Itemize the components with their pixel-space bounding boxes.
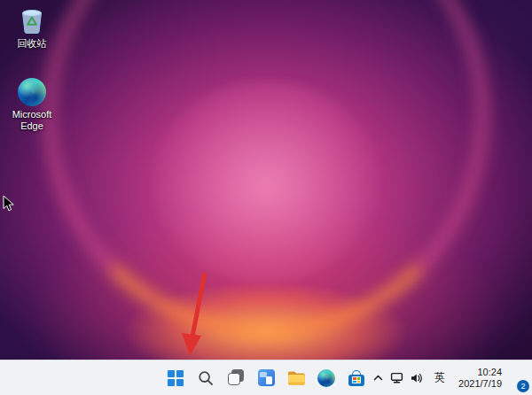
store-icon bbox=[348, 375, 364, 386]
start-button[interactable] bbox=[162, 365, 189, 391]
task-view-icon bbox=[228, 369, 245, 386]
ime-label: 英 bbox=[430, 370, 450, 385]
windows-11-desktop: 回收站 Microsoft Edge bbox=[0, 0, 532, 395]
recycle-bin-label: 回收站 bbox=[18, 38, 47, 50]
chevron-up-icon bbox=[373, 375, 383, 381]
recycle-bin-icon bbox=[17, 5, 47, 35]
widgets-icon bbox=[258, 369, 275, 386]
search-icon bbox=[198, 370, 214, 386]
network-button[interactable] bbox=[387, 365, 407, 391]
edge-icon bbox=[18, 78, 46, 106]
edge-label: Microsoft Edge bbox=[3, 109, 61, 132]
wallpaper-bloom-core bbox=[151, 80, 381, 283]
hidden-icons-button[interactable] bbox=[370, 365, 387, 391]
speaker-icon bbox=[411, 373, 423, 383]
date-text: 2021/7/19 bbox=[458, 378, 502, 390]
desktop-icon-edge[interactable]: Microsoft Edge bbox=[3, 78, 61, 132]
store-button[interactable] bbox=[343, 365, 370, 391]
file-explorer-button[interactable] bbox=[283, 365, 309, 391]
volume-button[interactable] bbox=[407, 365, 426, 391]
system-tray: 英 10:24 2021/7/19 bbox=[370, 360, 532, 395]
folder-icon bbox=[287, 370, 306, 386]
notification-badge[interactable]: 2 bbox=[517, 380, 529, 392]
edge-icon bbox=[317, 369, 335, 387]
edge-taskbar-button[interactable] bbox=[313, 365, 340, 391]
widgets-button[interactable] bbox=[253, 365, 279, 391]
network-icon bbox=[390, 372, 403, 383]
search-button[interactable] bbox=[192, 365, 219, 391]
time-text: 10:24 bbox=[477, 367, 502, 378]
taskbar: 英 10:24 2021/7/19 2 bbox=[0, 360, 532, 395]
desktop-wallpaper[interactable] bbox=[0, 0, 532, 395]
taskbar-center-group bbox=[162, 360, 370, 395]
ime-indicator[interactable]: 英 bbox=[426, 365, 453, 391]
windows-logo-icon bbox=[168, 370, 184, 386]
task-view-button[interactable] bbox=[223, 365, 249, 391]
desktop-icon-recycle-bin[interactable]: 回收站 bbox=[3, 5, 61, 50]
clock[interactable]: 10:24 2021/7/19 bbox=[453, 364, 507, 392]
